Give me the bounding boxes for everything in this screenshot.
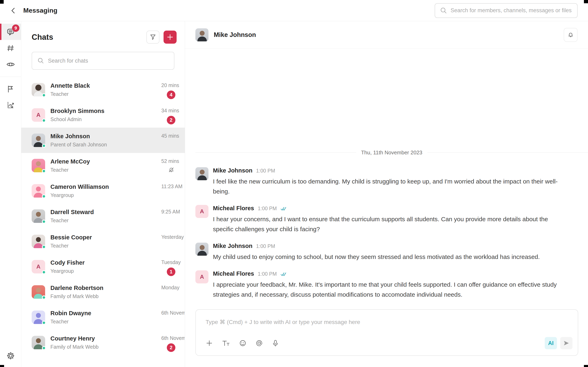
- chat-name: Cameron Williamson: [51, 184, 109, 190]
- chat-time: 45 mins: [161, 133, 179, 139]
- chat-time: 9:25 AM: [161, 209, 180, 215]
- search-icon: [440, 7, 447, 14]
- notifications-button[interactable]: [564, 28, 578, 42]
- chat-list-item[interactable]: Robin Dwayne Teacher 6th November: [21, 305, 185, 330]
- message: A Micheal Flores 1:00 PM I appreciate yo…: [195, 270, 576, 300]
- ai-assist-button[interactable]: AI: [545, 337, 557, 349]
- date-divider: Thu, 11th November 2023: [195, 150, 588, 156]
- rail-item-flags[interactable]: [0, 81, 21, 97]
- chat-list-item-selected[interactable]: Mike Johnson Parent of Sarah Johnson 45 …: [21, 128, 185, 153]
- chat-role: Teacher: [51, 217, 94, 224]
- chat-time: 11:23 AM: [161, 184, 182, 189]
- rail-divider: [0, 77, 21, 77]
- chat-list-item[interactable]: Courtney Henry Family of Mark Webb 6th N…: [21, 330, 185, 355]
- back-button[interactable]: [8, 5, 19, 16]
- chat-list-item[interactable]: Cameron Williamson Yeargroup 11:23 AM: [21, 178, 185, 203]
- chat-name: Annette Black: [51, 82, 90, 89]
- rail-item-messaging[interactable]: 9: [0, 24, 21, 40]
- eye-icon: [6, 60, 15, 69]
- chevron-left-icon: [10, 7, 17, 14]
- emoji-icon[interactable]: [239, 340, 246, 347]
- conversation-title: Mike Johnson: [214, 31, 256, 39]
- global-search[interactable]: [435, 3, 578, 18]
- chat-time: 6th November: [161, 335, 185, 341]
- chat-name: Courtney Henry: [51, 335, 99, 342]
- message-sender: Mike Johnson: [213, 243, 252, 249]
- message-input[interactable]: Type ⌘ (Cmd) + J to write with AI or typ…: [206, 319, 568, 325]
- chat-list-item[interactable]: Darrell Steward Teacher 9:25 AM: [21, 203, 185, 229]
- avatar: [195, 243, 208, 256]
- chat-name: Brooklyn Simmons: [51, 108, 104, 114]
- unread-badge: 2: [167, 343, 175, 352]
- send-icon: [563, 340, 570, 347]
- message-composer[interactable]: Type ⌘ (Cmd) + J to write with AI or typ…: [195, 309, 578, 356]
- muted-bell-icon: [167, 166, 175, 174]
- rail-item-settings[interactable]: [0, 345, 21, 367]
- online-indicator: [42, 270, 46, 274]
- new-chat-button[interactable]: [164, 31, 177, 44]
- rail-item-watch[interactable]: [0, 56, 21, 73]
- message: Mike Johnson 1:00 PM My child used to en…: [195, 243, 576, 262]
- chat-role: Teacher: [51, 319, 91, 325]
- chat-list-item[interactable]: A Brooklyn Simmons School Admin 34 mins …: [21, 102, 185, 128]
- chats-title: Chats: [32, 33, 53, 42]
- chats-search[interactable]: [32, 52, 174, 70]
- text-format-icon[interactable]: [222, 340, 230, 347]
- chats-panel: Chats: [21, 21, 185, 367]
- unread-total-badge: 9: [12, 25, 19, 32]
- online-indicator: [42, 295, 46, 300]
- message-text: I hear your concerns, and I want to ensu…: [213, 214, 569, 234]
- read-receipt-icon: [281, 207, 287, 211]
- corner-artifact: [0, 0, 4, 4]
- filter-chats-button[interactable]: [146, 31, 159, 44]
- plus-icon: [167, 34, 173, 41]
- rail-item-analytics[interactable]: [0, 97, 21, 114]
- unread-badge: 1: [167, 267, 175, 276]
- date-divider-label: Thu, 11th November 2023: [361, 150, 422, 156]
- online-indicator: [42, 245, 46, 249]
- online-indicator: [42, 93, 46, 97]
- chat-list-item[interactable]: A Cody Fisher Yeargroup Tuesday 1: [21, 254, 185, 279]
- message-text: I feel like the new curriculum is too de…: [213, 176, 569, 196]
- online-indicator: [42, 194, 46, 198]
- message-text: My child used to enjoy coming to school,…: [213, 252, 540, 262]
- flag-icon: [6, 85, 15, 93]
- avatar: A: [195, 270, 208, 284]
- chat-name: Robin Dwayne: [51, 310, 91, 317]
- chat-name: Cody Fisher: [51, 259, 85, 266]
- chat-name: Mike Johnson: [51, 133, 107, 140]
- online-indicator: [42, 220, 46, 224]
- message-text: I appreciate your feedback, Mr. Mike. It…: [213, 280, 569, 300]
- mic-icon[interactable]: [272, 340, 279, 347]
- chats-actions: [146, 31, 177, 44]
- app-body: 9: [0, 21, 588, 367]
- chats-header: Chats: [21, 21, 185, 44]
- send-button[interactable]: [560, 337, 572, 349]
- left-rail: 9: [0, 21, 21, 367]
- corner-artifact: [584, 0, 588, 3]
- chat-time: 20 mins: [161, 82, 179, 88]
- corner-artifact: [0, 365, 4, 367]
- chat-name: Bessie Cooper: [51, 234, 92, 241]
- online-indicator: [42, 321, 46, 325]
- message-time: 1:00 PM: [256, 243, 275, 249]
- chat-name: Darrell Steward: [51, 209, 94, 216]
- attach-plus-icon[interactable]: [206, 340, 213, 347]
- chat-role: Family of Mark Webb: [51, 344, 99, 350]
- chat-time: 52 mins: [161, 158, 179, 164]
- chats-search-input[interactable]: [48, 58, 169, 64]
- search-icon: [37, 57, 44, 64]
- chat-list-item[interactable]: Arlene McCoy Teacher 52 mins: [21, 153, 185, 178]
- global-search-input[interactable]: [450, 7, 572, 14]
- message: Mike Johnson 1:00 PM I feel like the new…: [195, 167, 576, 196]
- chat-role: Yeargroup: [51, 268, 85, 274]
- analytics-icon: [6, 101, 15, 110]
- message-sender: Micheal Flores: [213, 270, 254, 277]
- chat-list-item[interactable]: Bessie Cooper Teacher Yesterday: [21, 229, 185, 254]
- bell-icon: [567, 31, 575, 39]
- rail-item-channels[interactable]: [0, 40, 21, 56]
- chat-list-item[interactable]: Annette Black Teacher 20 mins 4: [21, 77, 185, 102]
- chat-list-item[interactable]: Darlene Robertson Family of Mark Webb Mo…: [21, 279, 185, 305]
- mention-icon[interactable]: [255, 340, 263, 347]
- chat-role: School Admin: [51, 117, 104, 122]
